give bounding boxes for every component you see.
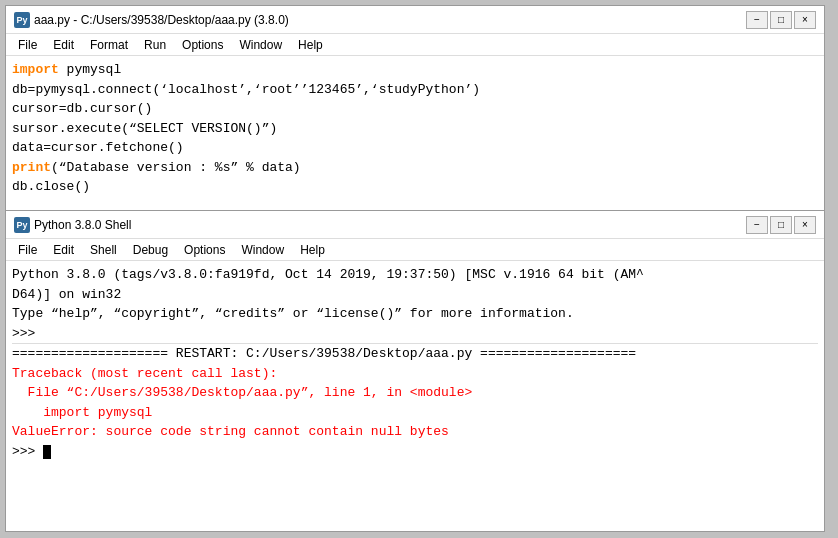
shell-prompt[interactable]: >>> <box>12 442 818 462</box>
shell-traceback-3: import pymysql <box>12 403 818 423</box>
editor-close-btn[interactable]: × <box>794 11 816 29</box>
code-line-6: print(“Database version : %s” % data) <box>12 158 818 178</box>
shell-close-btn[interactable]: × <box>794 216 816 234</box>
code-line-5: data=cursor.fetchone() <box>12 138 818 158</box>
shell-maximize-btn[interactable]: □ <box>770 216 792 234</box>
editor-menu-format[interactable]: Format <box>82 34 136 55</box>
editor-menu-file[interactable]: File <box>10 34 45 55</box>
shell-line-4: >>> <box>12 324 818 344</box>
shell-menu-shell[interactable]: Shell <box>82 239 125 260</box>
editor-window: Py aaa.py - C:/Users/39538/Desktop/aaa.p… <box>5 5 825 215</box>
editor-menu-run[interactable]: Run <box>136 34 174 55</box>
shell-win-controls: − □ × <box>746 216 816 234</box>
shell-title-bar: Py Python 3.8.0 Shell − □ × <box>6 211 824 239</box>
shell-minimize-btn[interactable]: − <box>746 216 768 234</box>
editor-menu-help[interactable]: Help <box>290 34 331 55</box>
editor-title: aaa.py - C:/Users/39538/Desktop/aaa.py (… <box>34 13 746 27</box>
code-line-1: import pymysql <box>12 60 818 80</box>
editor-menu-bar: File Edit Format Run Options Window Help <box>6 34 824 56</box>
shell-menu-bar: File Edit Shell Debug Options Window Hel… <box>6 239 824 261</box>
editor-menu-window[interactable]: Window <box>231 34 290 55</box>
shell-menu-edit[interactable]: Edit <box>45 239 82 260</box>
shell-restart-line: ==================== RESTART: C:/Users/3… <box>12 344 818 364</box>
shell-menu-options[interactable]: Options <box>176 239 233 260</box>
code-line-7: db.close() <box>12 177 818 197</box>
shell-traceback-1: Traceback (most recent call last): <box>12 364 818 384</box>
shell-title: Python 3.8.0 Shell <box>34 218 746 232</box>
shell-line-3: Type “help”, “copyright”, “credits” or “… <box>12 304 818 324</box>
shell-window: Py Python 3.8.0 Shell − □ × File Edit Sh… <box>5 210 825 532</box>
shell-line-1: Python 3.8.0 (tags/v3.8.0:fa919fd, Oct 1… <box>12 265 818 285</box>
editor-icon: Py <box>14 12 30 28</box>
shell-menu-help[interactable]: Help <box>292 239 333 260</box>
editor-maximize-btn[interactable]: □ <box>770 11 792 29</box>
editor-menu-options[interactable]: Options <box>174 34 231 55</box>
editor-menu-edit[interactable]: Edit <box>45 34 82 55</box>
editor-minimize-btn[interactable]: − <box>746 11 768 29</box>
code-line-2: db=pymysql.connect(‘localhost’,‘root’’12… <box>12 80 818 100</box>
shell-menu-window[interactable]: Window <box>233 239 292 260</box>
shell-output-area[interactable]: Python 3.8.0 (tags/v3.8.0:fa919fd, Oct 1… <box>6 261 824 465</box>
shell-icon: Py <box>14 217 30 233</box>
editor-win-controls: − □ × <box>746 11 816 29</box>
code-line-3: cursor=db.cursor() <box>12 99 818 119</box>
shell-line-2: D64)] on win32 <box>12 285 818 305</box>
cursor-blink <box>43 445 51 459</box>
shell-valueerror: ValueError: source code string cannot co… <box>12 422 818 442</box>
shell-menu-file[interactable]: File <box>10 239 45 260</box>
editor-code-area[interactable]: import pymysql db=pymysql.connect(‘local… <box>6 56 824 201</box>
editor-title-bar: Py aaa.py - C:/Users/39538/Desktop/aaa.p… <box>6 6 824 34</box>
code-line-4: sursor.execute(“SELECT VERSION()”) <box>12 119 818 139</box>
shell-traceback-2: File “C:/Users/39538/Desktop/aaa.py”, li… <box>12 383 818 403</box>
shell-menu-debug[interactable]: Debug <box>125 239 176 260</box>
